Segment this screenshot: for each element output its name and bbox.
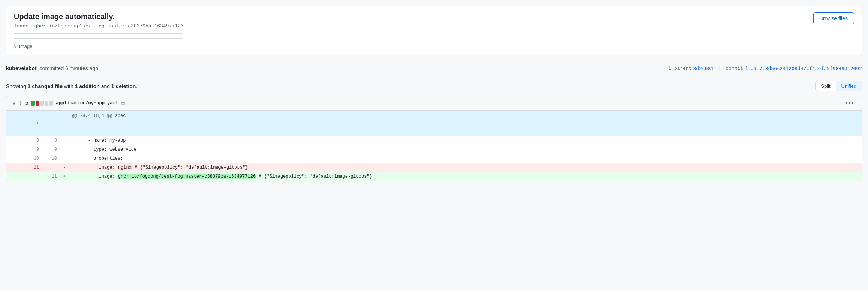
diff-table: ↕ @@ -8,4 +8,4 @@ spec: 8 8 - name: my-a… — [6, 111, 862, 181]
hunk-line-num-new — [42, 111, 60, 136]
commit-meta-row: ⑂ image — [14, 38, 183, 49]
parent-label: 1 parent — [668, 66, 691, 71]
stat-block-neutral-2 — [45, 100, 48, 106]
table-row: 11 + image: ghcr.io/fogdong/test-fog:mas… — [6, 172, 862, 181]
added-highlight: ghcr.io/fogdong/test-fog:master-c38379ba… — [118, 174, 256, 179]
diff-file-header-left: ∨ ⇕ 2 application/my-app.yaml ⧉ — [12, 100, 125, 106]
table-row: 11 - image: nginx # {"$imagepolicy": "de… — [6, 163, 862, 172]
line-content: properties: — [69, 154, 862, 163]
deleted-highlight: nginx — [118, 165, 132, 170]
old-line-num: 11 — [6, 163, 42, 172]
stat-block-neutral-3 — [49, 100, 53, 106]
line-content: image: ghcr.io/fogdong/test-fog:master-c… — [69, 172, 862, 181]
commit-header-left: Update image automatically. Image: ghcr.… — [14, 12, 183, 49]
diff-sign — [60, 136, 69, 145]
collapse-toggle-icon[interactable]: ∨ — [12, 100, 16, 106]
additions-count: 1 addition — [75, 83, 100, 89]
showing-text: Showing 1 changed file with 1 addition a… — [6, 83, 137, 89]
diff-stat-num: 2 — [25, 100, 28, 106]
stat-block-deleted-1 — [36, 100, 39, 106]
old-line-num: 10 — [6, 154, 42, 163]
commit-header: Update image automatically. Image: ghcr.… — [6, 6, 862, 56]
diff-sign — [60, 154, 69, 163]
diff-filename: application/my-app.yaml — [56, 100, 118, 106]
browse-files-button[interactable]: Browse files — [813, 12, 854, 24]
hunk-header-row: ↕ @@ -8,4 +8,4 @@ spec: — [6, 111, 862, 136]
deletions-count: 1 deletion — [111, 83, 136, 89]
diff-sign: - — [60, 163, 69, 172]
diff-file-header: ∨ ⇕ 2 application/my-app.yaml ⧉ ••• — [6, 96, 862, 111]
changed-files-count: 1 changed file — [28, 83, 63, 89]
old-line-num: 8 — [6, 136, 42, 145]
commit-title: Update image automatically. — [14, 12, 183, 21]
split-unified-toggle: Split Unified — [815, 81, 862, 91]
new-line-num: 10 — [42, 154, 60, 163]
commit-label: commit — [726, 66, 743, 71]
hunk-expand-cell: ↕ — [6, 111, 42, 136]
commit-author-info: kubevelabot committed 6 minutes ago — [6, 65, 98, 71]
file-options-button[interactable]: ••• — [844, 100, 856, 106]
diff-sign — [60, 145, 69, 154]
commit-hash[interactable]: fab9e7c8d56c241208d47cf43efa5f9849312092 — [745, 66, 862, 71]
table-row: 10 10 properties: — [6, 154, 862, 163]
hunk-header-content: @@ -8,4 +8,4 @@ spec: — [69, 111, 862, 136]
table-row: 8 8 - name: my-app — [6, 136, 862, 145]
expand-icon[interactable]: ⇕ — [19, 100, 22, 106]
fork-icon: ⑂ — [14, 43, 17, 49]
diff-container: ∨ ⇕ 2 application/my-app.yaml ⧉ ••• ↕ — [6, 96, 862, 182]
split-button[interactable]: Split — [816, 81, 836, 91]
table-row: 9 9 type: webservice — [6, 145, 862, 154]
old-line-num — [6, 172, 42, 181]
diff-sign: + — [60, 172, 69, 181]
old-line-num: 9 — [6, 145, 42, 154]
new-line-num — [42, 163, 60, 172]
commit-subtitle: Image: ghcr.io/fogdong/test-fog:master-c… — [14, 23, 183, 29]
stat-block-neutral-1 — [40, 100, 44, 106]
hunk-sign — [60, 111, 69, 136]
line-content: type: webservice — [69, 145, 862, 154]
line-content: - name: my-app — [69, 136, 862, 145]
new-line-num: 11 — [42, 172, 60, 181]
new-line-num: 9 — [42, 145, 60, 154]
commit-info-bar: kubevelabot committed 6 minutes ago 1 pa… — [6, 62, 862, 75]
expand-arrows-icon: ↕ — [36, 121, 39, 126]
fork-label: image — [19, 44, 32, 49]
diff-stat-blocks — [31, 100, 53, 106]
stat-block-added-1 — [31, 100, 35, 106]
new-line-num: 8 — [42, 136, 60, 145]
line-content: image: nginx # {"$imagepolicy": "default… — [69, 163, 862, 172]
commit-time: committed 6 minutes ago — [40, 65, 98, 71]
copy-icon[interactable]: ⧉ — [121, 100, 125, 106]
unified-button[interactable]: Unified — [836, 81, 862, 91]
commit-hash-info: 1 parent 8d2c081 | commit fab9e7c8d56c24… — [668, 66, 862, 71]
parent-hash[interactable]: 8d2c081 — [693, 66, 714, 71]
showing-bar: Showing 1 changed file with 1 addition a… — [6, 81, 862, 91]
commit-author[interactable]: kubevelabot — [6, 65, 37, 71]
